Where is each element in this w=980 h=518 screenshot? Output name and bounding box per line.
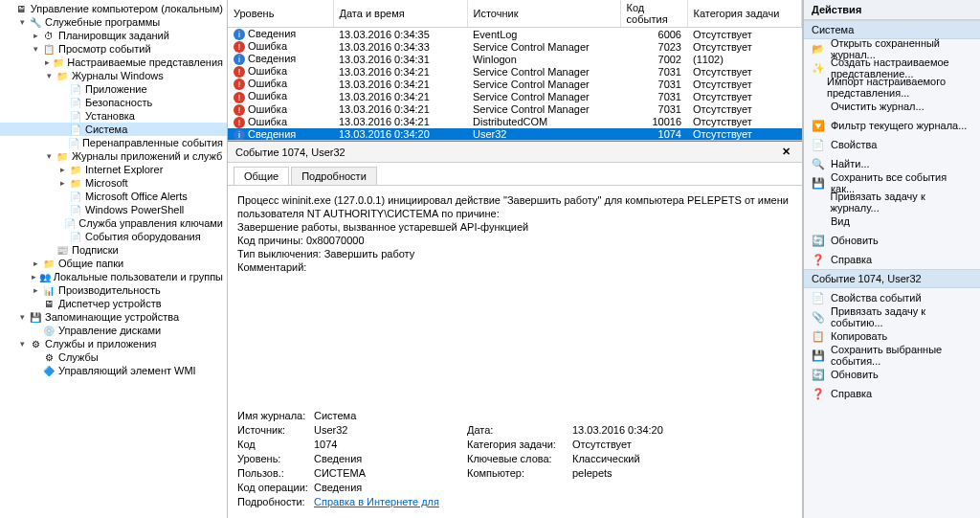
- column-header[interactable]: Дата и время: [333, 0, 467, 28]
- expander-icon[interactable]: [57, 191, 67, 201]
- tree-label: Microsoft: [85, 177, 128, 189]
- column-header[interactable]: Источник: [467, 0, 620, 28]
- expander-icon[interactable]: [31, 299, 40, 308]
- action-item[interactable]: 🔽Фильтр текущего журнала...: [804, 116, 980, 135]
- tree-item[interactable]: ▸📁Общие папки: [0, 257, 227, 270]
- action-item[interactable]: 💾Сохранить выбранные события...: [804, 346, 980, 365]
- expander-icon[interactable]: ▸: [44, 57, 51, 67]
- expander-icon[interactable]: ▾: [17, 312, 27, 322]
- expander-icon[interactable]: [57, 124, 67, 134]
- event-row[interactable]: !Ошибка13.03.2016 0:34:21Service Control…: [228, 103, 802, 116]
- action-item[interactable]: 📂Открыть сохраненный журнал...: [804, 39, 980, 58]
- tree-item[interactable]: ▾🔧Служебные программы: [0, 15, 227, 29]
- tree-label: Перенаправленные события: [82, 137, 223, 148]
- tree-item[interactable]: 📄Установка: [0, 109, 227, 123]
- expander-icon[interactable]: ▸: [57, 165, 67, 174]
- expander-icon[interactable]: [57, 98, 67, 107]
- expander-icon[interactable]: ▾: [17, 339, 27, 349]
- expander-icon[interactable]: [57, 232, 67, 241]
- expander-icon[interactable]: [57, 84, 67, 94]
- tree-item[interactable]: 📄Служба управления ключами: [0, 216, 227, 230]
- action-item[interactable]: 🔄Обновить: [804, 365, 980, 384]
- event-row[interactable]: iСведения13.03.2016 0:34:20User321074Отс…: [228, 128, 802, 141]
- event-list[interactable]: УровеньДата и времяИсточникКод событияКа…: [228, 0, 802, 141]
- tree-item[interactable]: ▾📁Журналы приложений и служб: [0, 149, 227, 163]
- tree-item[interactable]: 🖥Управление компьютером (локальным): [0, 2, 227, 15]
- tree-item[interactable]: ▸📊Производительность: [0, 283, 227, 297]
- expander-icon[interactable]: ▸: [31, 259, 40, 268]
- expander-icon[interactable]: [31, 352, 40, 362]
- action-item[interactable]: Привязать задачу к журналу...: [804, 192, 980, 212]
- expander-icon[interactable]: [31, 366, 40, 375]
- tree-item[interactable]: ▸👥Локальные пользователи и группы: [0, 270, 227, 283]
- action-item[interactable]: ❓Справка: [804, 384, 980, 403]
- expander-icon[interactable]: [44, 245, 54, 255]
- online-help-link[interactable]: Справка в Интернете для: [314, 496, 439, 510]
- tree-item[interactable]: ⚙Службы: [0, 350, 227, 364]
- tree-item[interactable]: 📄Microsoft Office Alerts: [0, 190, 227, 203]
- action-item[interactable]: 🔄Обновить: [804, 231, 980, 250]
- tree-item[interactable]: ▾📁Журналы Windows: [0, 69, 227, 82]
- action-item[interactable]: Очистить журнал...: [804, 97, 980, 116]
- expander-icon[interactable]: ▸: [31, 285, 40, 295]
- expander-icon[interactable]: [57, 218, 62, 228]
- tree-item[interactable]: 📄Приложение: [0, 82, 227, 96]
- event-row[interactable]: iСведения13.03.2016 0:34:31Winlogon7002(…: [228, 53, 802, 65]
- column-header[interactable]: Код события: [620, 0, 687, 28]
- expander-icon[interactable]: ▸: [31, 272, 37, 282]
- close-icon[interactable]: ✕: [778, 146, 794, 158]
- action-label: Фильтр текущего журнала...: [831, 120, 967, 131]
- column-header[interactable]: Категория задачи: [687, 0, 802, 28]
- tree-item[interactable]: 📄Windows PowerShell: [0, 203, 227, 216]
- expander-icon[interactable]: ▸: [57, 178, 67, 188]
- event-row[interactable]: iСведения13.03.2016 0:34:35EventLog6006О…: [228, 28, 802, 41]
- tree-item[interactable]: 📄Безопасность: [0, 96, 227, 109]
- expander-icon[interactable]: ▾: [44, 151, 54, 161]
- expander-icon[interactable]: [31, 326, 40, 335]
- action-item[interactable]: Импорт настраиваемого представления...: [804, 78, 980, 97]
- action-item[interactable]: 🔍Найти...: [804, 154, 980, 173]
- tree-item[interactable]: 🖥Диспетчер устройств: [0, 297, 227, 310]
- tree-item[interactable]: ▾⚙Службы и приложения: [0, 337, 227, 350]
- tree-item[interactable]: ▸📁Настраиваемые представления: [0, 56, 227, 69]
- navigation-tree[interactable]: 🖥Управление компьютером (локальным)▾🔧Слу…: [0, 0, 228, 518]
- expander-icon[interactable]: ▾: [17, 17, 27, 27]
- expander-icon[interactable]: ▸: [31, 31, 40, 40]
- action-item[interactable]: 📄Свойства событий: [804, 288, 980, 307]
- tree-item[interactable]: ▸📁Internet Explorer: [0, 163, 227, 176]
- event-row[interactable]: !Ошибка13.03.2016 0:34:21DistributedCOM1…: [228, 116, 802, 128]
- action-item[interactable]: ❓Справка: [804, 250, 980, 269]
- action-label: Привязать задачу к событию...: [831, 305, 972, 328]
- tree-item[interactable]: ▸📁Microsoft: [0, 176, 227, 190]
- action-item[interactable]: 📋Копировать: [804, 327, 980, 346]
- tree-item[interactable]: ▾📋Просмотр событий: [0, 42, 227, 56]
- action-item[interactable]: ✨Создать настраиваемое представление...: [804, 58, 980, 78]
- tree-item[interactable]: 📄Система: [0, 123, 227, 136]
- expander-icon[interactable]: [57, 111, 67, 121]
- tree-item[interactable]: 🔷Управляющий элемент WMI: [0, 364, 227, 377]
- column-header[interactable]: Уровень: [228, 0, 333, 28]
- tree-item[interactable]: 💿Управление дисками: [0, 324, 227, 337]
- action-item[interactable]: Вид: [804, 212, 980, 231]
- tree-item[interactable]: 📄События оборудования: [0, 230, 227, 243]
- tree-item[interactable]: 📰Подписки: [0, 243, 227, 257]
- event-row[interactable]: !Ошибка13.03.2016 0:34:33Service Control…: [228, 40, 802, 53]
- expander-icon[interactable]: [4, 4, 12, 13]
- action-item[interactable]: 📄Свойства: [804, 135, 980, 154]
- expander-icon[interactable]: [57, 205, 67, 214]
- tree-item[interactable]: ▾💾Запоминающие устройства: [0, 310, 227, 324]
- event-row[interactable]: !Ошибка13.03.2016 0:34:21Service Control…: [228, 65, 802, 78]
- action-item[interactable]: 💾Сохранить все события как...: [804, 173, 980, 192]
- event-row[interactable]: !Ошибка13.03.2016 0:34:21Service Control…: [228, 90, 802, 102]
- tab-details[interactable]: Подробности: [291, 167, 377, 185]
- tree-item[interactable]: 📄Перенаправленные события: [0, 136, 227, 149]
- detail-body: Процесс wininit.exe (127.0.0.1) иницииро…: [228, 186, 802, 518]
- event-row[interactable]: !Ошибка13.03.2016 0:34:21Service Control…: [228, 78, 802, 90]
- expander-icon[interactable]: ▾: [44, 71, 54, 80]
- tab-general[interactable]: Общие: [234, 167, 289, 185]
- tree-icon: 🖥: [42, 297, 56, 310]
- expander-icon[interactable]: ▾: [31, 44, 40, 54]
- tree-item[interactable]: ▸⏱Планировщик заданий: [0, 29, 227, 42]
- action-item[interactable]: 📎Привязать задачу к событию...: [804, 307, 980, 327]
- expander-icon[interactable]: [57, 138, 66, 147]
